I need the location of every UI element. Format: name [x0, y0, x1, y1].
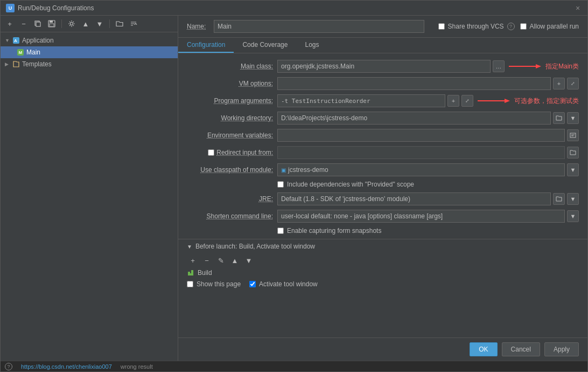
before-launch-section: ▼ Before launch: Build, Activate tool wi…	[178, 239, 587, 290]
main-class-row: Main class: … 指定Main类	[178, 58, 587, 75]
folder-open-icon	[556, 115, 562, 121]
program-args-shrink-btn[interactable]: ⤢	[461, 95, 473, 107]
working-dir-label: Working directory:	[187, 114, 273, 122]
ok-button[interactable]: OK	[470, 342, 497, 356]
working-dir-dropdown-btn[interactable]: ▼	[567, 112, 579, 124]
include-deps-checkbox[interactable]	[277, 181, 284, 188]
enable-snapshots-checkbox[interactable]	[277, 228, 284, 234]
cancel-button[interactable]: Cancel	[502, 342, 540, 356]
tree-item-application[interactable]: ▼ A Application	[1, 35, 178, 46]
share-vcs-checkbox[interactable]	[438, 23, 445, 30]
arrow-up-button[interactable]: ▲	[80, 18, 92, 30]
tree-expand-arrow: ▼	[5, 38, 10, 43]
shorten-cmd-row: Shorten command line: ▼	[178, 208, 587, 225]
redirect-browse-icon	[570, 149, 576, 156]
classpath-dropdown-btn[interactable]: ▼	[567, 163, 579, 176]
bl-add-btn[interactable]: +	[187, 254, 199, 266]
working-dir-input[interactable]	[277, 112, 551, 125]
program-args-expand-btn[interactable]: +	[447, 95, 459, 107]
status-url: https://blog.csdn.net/chenlixiao007	[21, 363, 112, 370]
svg-rect-14	[570, 133, 576, 137]
folder-button[interactable]	[114, 18, 125, 30]
add-config-button[interactable]: +	[4, 18, 16, 30]
jre-browse-btn[interactable]	[553, 193, 565, 205]
jre-browse-icon	[556, 196, 562, 202]
redirect-input-row: Redirect input from:	[178, 144, 587, 161]
main-class-input[interactable]	[277, 60, 491, 73]
before-launch-build-item: Build	[178, 267, 587, 278]
env-vars-input[interactable]	[277, 129, 565, 142]
share-help-icon[interactable]: ?	[507, 23, 515, 30]
dialog-title: Run/Debug Configurations	[18, 4, 94, 12]
status-wrong-text: wrong result	[121, 363, 153, 370]
templates-label: Templates	[22, 60, 52, 68]
vm-options-input[interactable]	[277, 77, 551, 90]
show-page-group: Show this page	[187, 280, 241, 288]
save-config-button[interactable]	[46, 18, 58, 30]
tab-code-coverage[interactable]: Code Coverage	[234, 38, 296, 53]
main-class-input-group: …	[277, 60, 505, 73]
vm-options-expand-btn[interactable]: +	[553, 78, 565, 89]
activate-tool-label: Activate tool window	[259, 280, 318, 288]
shorten-cmd-label: Shorten command line:	[187, 212, 273, 220]
redirect-input-checkbox[interactable]	[208, 149, 214, 156]
title-bar-left: U Run/Debug Configurations	[6, 4, 94, 12]
copy-config-button[interactable]	[32, 18, 44, 30]
main-class-cn-annotation: 指定Main类	[545, 62, 579, 71]
classpath-label: Use classpath of module:	[187, 166, 273, 174]
tab-logs[interactable]: Logs	[296, 38, 327, 53]
program-args-input-group: + ⤢	[277, 94, 473, 107]
bl-edit-btn[interactable]: ✎	[215, 254, 227, 266]
build-item-icon	[187, 269, 194, 277]
classpath-module-display: ▣ jcstress-demo	[277, 163, 565, 176]
main-class-annotation: 指定Main类	[509, 61, 579, 71]
apply-button[interactable]: Apply	[544, 342, 579, 356]
svg-point-5	[71, 23, 73, 25]
bl-remove-btn[interactable]: −	[201, 254, 213, 266]
working-dir-row: Working directory: ▼	[178, 109, 587, 127]
redirect-browse-btn[interactable]	[567, 147, 579, 159]
tabs-row: Configuration Code Coverage Logs	[178, 38, 587, 53]
redirect-input-field[interactable]	[277, 146, 565, 159]
config-content: Main class: … 指定Main类	[178, 53, 587, 337]
jre-label: JRE:	[187, 195, 273, 203]
show-page-checkbox[interactable]	[187, 281, 193, 287]
working-dir-browse-btn[interactable]	[553, 112, 565, 124]
share-vcs-label: Share through VCS	[448, 23, 504, 30]
close-button[interactable]: ×	[573, 4, 582, 12]
shorten-cmd-dropdown-btn[interactable]: ▼	[567, 210, 579, 222]
config-tree[interactable]: ▼ A Application M Main ▶	[1, 32, 178, 361]
sort-button[interactable]	[128, 18, 139, 30]
classpath-value: jcstress-demo	[288, 166, 328, 174]
annotation-arrow-1	[509, 61, 541, 71]
name-input[interactable]	[214, 20, 424, 33]
enable-snapshots-row: Enable capturing form snapshots	[178, 225, 587, 237]
vm-options-shrink-btn[interactable]: ⤢	[567, 78, 579, 89]
status-bar-left: ?	[5, 363, 12, 370]
bl-up-btn[interactable]: ▲	[229, 254, 241, 266]
shorten-cmd-input[interactable]	[277, 210, 565, 223]
jre-dropdown-btn[interactable]: ▼	[567, 193, 579, 205]
tree-item-templates[interactable]: ▶ Templates	[1, 58, 178, 70]
arrow-down-button[interactable]: ▼	[94, 18, 106, 30]
svg-rect-3	[50, 20, 53, 23]
bl-down-btn[interactable]: ▼	[243, 254, 255, 266]
program-args-input[interactable]	[277, 94, 445, 107]
settings-button[interactable]	[66, 18, 78, 30]
tree-templates-arrow: ▶	[5, 61, 10, 67]
status-help-icon[interactable]: ?	[5, 363, 12, 370]
parallel-run-checkbox[interactable]	[520, 23, 527, 30]
tree-item-main[interactable]: M Main	[1, 46, 178, 58]
main-class-browse-btn[interactable]: …	[493, 60, 505, 72]
program-args-annotation: 可选参数，指定测试类	[478, 96, 579, 106]
tab-configuration[interactable]: Configuration	[178, 38, 234, 53]
activate-tool-checkbox[interactable]	[249, 281, 256, 287]
before-launch-arrow: ▼	[187, 244, 192, 250]
jre-input[interactable]	[277, 192, 551, 205]
remove-config-button[interactable]: −	[18, 18, 30, 30]
run-debug-dialog: U Run/Debug Configurations × + − ▲	[0, 0, 588, 372]
before-launch-header[interactable]: ▼ Before launch: Build, Activate tool wi…	[178, 239, 587, 253]
activate-tool-group: Activate tool window	[249, 280, 318, 288]
env-vars-browse-btn[interactable]	[567, 129, 579, 141]
application-label: Application	[22, 37, 54, 44]
